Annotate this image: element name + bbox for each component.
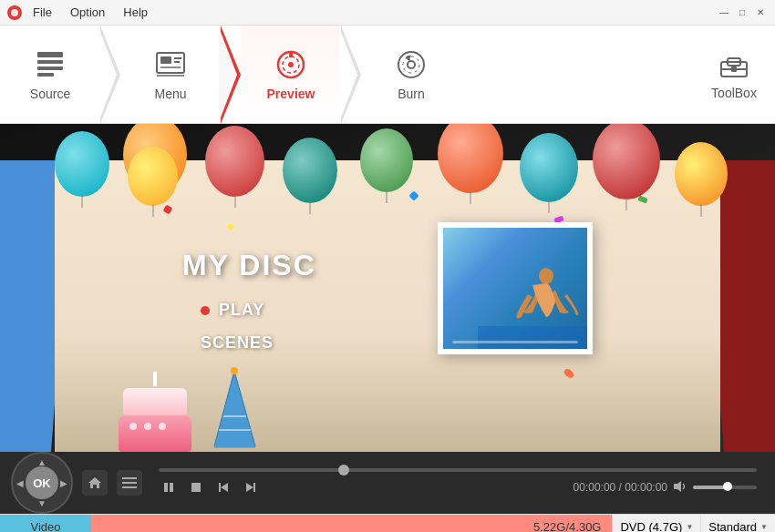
- svg-rect-3: [37, 66, 63, 70]
- next-button[interactable]: [241, 477, 261, 497]
- svg-marker-35: [246, 483, 253, 492]
- standard-arrow: ▼: [760, 523, 768, 531]
- svg-rect-34: [219, 483, 221, 492]
- menu-nav-label: Menu: [154, 87, 186, 101]
- stop-button[interactable]: [186, 477, 206, 497]
- nav-arrow-2: [221, 26, 241, 124]
- time-display: 00:00:00 / 00:00:00: [574, 480, 757, 496]
- nav-toolbox[interactable]: ToolBox: [693, 26, 775, 123]
- svg-rect-36: [253, 483, 255, 492]
- svg-point-23: [539, 268, 553, 284]
- svg-point-29: [231, 367, 238, 374]
- svg-marker-24: [214, 371, 255, 446]
- status-bar: Video 5.22G/4.30G DVD (4.7G) ▼ Standard …: [0, 514, 775, 532]
- menu-icon-button[interactable]: [117, 470, 142, 496]
- disc-scenes: SCENES: [201, 333, 274, 353]
- home-button[interactable]: [82, 470, 108, 496]
- status-disc: DVD (4.7G) ▼ Standard ▼: [612, 515, 775, 532]
- svg-rect-30: [164, 483, 168, 492]
- seek-bar[interactable]: [159, 468, 757, 472]
- disc-type-arrow: ▼: [686, 523, 693, 531]
- source-label: Source: [30, 87, 70, 101]
- title-bar-left: File Option Help: [7, 4, 151, 21]
- seek-thumb[interactable]: [338, 465, 349, 476]
- menu-option[interactable]: Option: [67, 4, 108, 21]
- burn-icon: [395, 48, 428, 81]
- svg-rect-2: [37, 60, 63, 64]
- balloon-teal-2: [520, 133, 578, 202]
- nav-right-button[interactable]: ▶: [60, 478, 67, 488]
- svg-marker-37: [674, 481, 681, 492]
- svg-rect-4: [37, 73, 54, 77]
- balloon-green-1: [360, 128, 413, 192]
- menu-file[interactable]: File: [29, 4, 56, 21]
- time-text: 00:00:00 / 00:00:00: [574, 481, 667, 494]
- water-line: [452, 341, 578, 343]
- svg-point-17: [403, 56, 419, 73]
- toolbox-label: ToolBox: [711, 86, 757, 100]
- disc-scene: MY DISC PLAY SCENES: [0, 124, 775, 452]
- nav-up-button[interactable]: ▲: [37, 457, 46, 467]
- svg-rect-1: [37, 52, 63, 57]
- size-label: 5.22G/4.30G: [533, 520, 601, 532]
- title-bar: File Option Help — □ ✕: [0, 0, 775, 26]
- playback-area: 00:00:00 / 00:00:00: [151, 468, 764, 497]
- balloon-cyan-1: [55, 131, 109, 197]
- maximize-button[interactable]: □: [735, 5, 749, 20]
- volume-thumb[interactable]: [723, 482, 732, 491]
- photo-inner: [443, 228, 587, 349]
- nav-arrow-1: [100, 26, 120, 124]
- menu-nav-icon: [154, 48, 187, 81]
- minimize-button[interactable]: —: [717, 5, 731, 20]
- svg-marker-33: [221, 483, 228, 492]
- volume-bar[interactable]: [693, 486, 757, 489]
- disc-type-dropdown[interactable]: DVD (4.7G) ▼: [612, 515, 700, 532]
- preview-icon: [274, 48, 307, 81]
- disc-play: PLAY: [201, 301, 264, 320]
- video-label: Video: [30, 520, 60, 532]
- candle: [153, 372, 157, 386]
- svg-rect-21: [731, 66, 737, 72]
- standard-dropdown[interactable]: Standard ▼: [700, 515, 775, 532]
- menu-line-2: [122, 482, 137, 484]
- disc-title: MY DISC: [182, 249, 316, 282]
- menu-help[interactable]: Help: [119, 4, 151, 21]
- menu-items: File Option Help: [29, 4, 151, 21]
- source-icon: [34, 48, 67, 81]
- balloon-teal-1: [283, 138, 337, 203]
- status-video: Video: [0, 515, 91, 532]
- toolbox-icon: [718, 49, 749, 80]
- nav-item-preview[interactable]: Preview: [241, 26, 341, 123]
- nav-down-button[interactable]: ▼: [37, 498, 46, 508]
- nav-item-source[interactable]: Source: [0, 26, 100, 123]
- menu-line-1: [122, 477, 137, 479]
- svg-rect-14: [289, 53, 293, 57]
- svg-rect-6: [160, 56, 171, 64]
- close-button[interactable]: ✕: [753, 5, 768, 20]
- birthday-cake: [119, 388, 191, 452]
- pause-button[interactable]: [159, 477, 179, 497]
- prev-button[interactable]: [213, 477, 233, 497]
- nav-item-burn[interactable]: Burn: [361, 26, 461, 123]
- balloon-yellow-right: [675, 142, 728, 206]
- volume-icon: [673, 480, 687, 496]
- title-bar-controls: — □ ✕: [717, 5, 768, 20]
- photo-frame: [438, 222, 593, 354]
- ok-button[interactable]: OK: [26, 466, 58, 499]
- nav-arrow-3: [341, 26, 361, 124]
- status-size: 5.22G/4.30G: [91, 515, 612, 532]
- app-icon: [7, 5, 22, 20]
- burn-label: Burn: [398, 87, 425, 101]
- balloon-yellow-left: [128, 147, 178, 206]
- menu-line-3: [122, 486, 137, 488]
- jumper-silhouette: [478, 240, 587, 349]
- cake-base: [119, 415, 191, 452]
- balloon-red-1: [205, 126, 264, 197]
- nav-left-button[interactable]: ◀: [16, 478, 24, 488]
- nav-item-menu[interactable]: Menu: [120, 26, 221, 123]
- svg-point-16: [408, 61, 415, 68]
- svg-point-0: [11, 9, 18, 16]
- party-hat-blue: [210, 366, 260, 452]
- svg-rect-31: [170, 483, 173, 492]
- cake-decor: [129, 423, 166, 430]
